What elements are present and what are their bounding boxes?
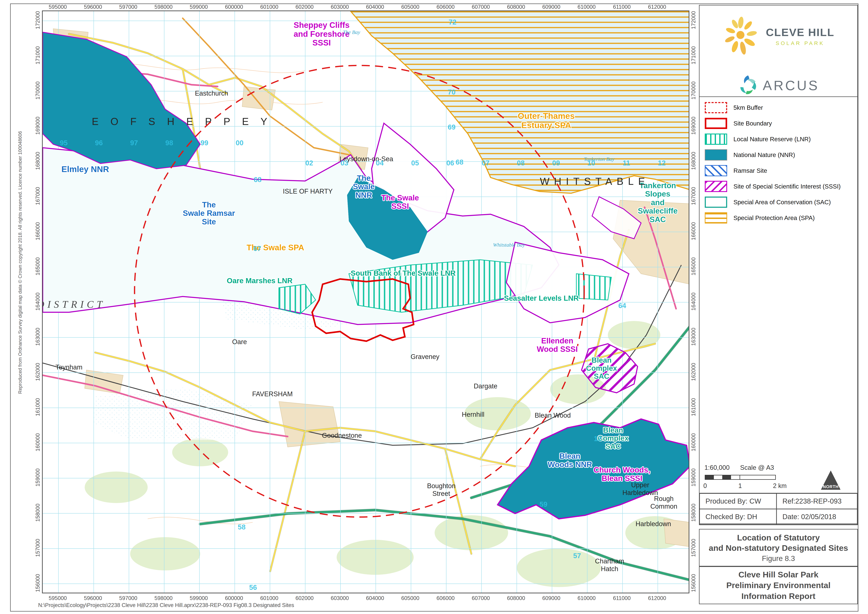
cleve-hill-logo: CLEVE HILL SOLAR PARK (699, 16, 857, 56)
axis-top-label: 598000 (155, 4, 172, 10)
designation-label-lnr: Oare Marshes LNR (227, 277, 293, 285)
axis-right-label: 169000 (690, 116, 697, 135)
axis-right-label: 160000 (690, 433, 697, 451)
grid-sub-label: 05 (411, 159, 419, 167)
place-name: Eastchurch (195, 90, 228, 97)
report-line3: Information Report (741, 591, 815, 602)
axis-right-label: 162000 (690, 363, 697, 381)
axis-bottom-label: 608000 (507, 595, 525, 602)
legend-label: Special Protection Area (SPA) (733, 214, 815, 222)
figure-number: Figure 8.3 (762, 554, 795, 563)
place-name: Boughton Street (427, 482, 456, 498)
axis-top-label: 611000 (613, 4, 631, 10)
grid-sub-label: 08 (517, 159, 525, 167)
axis-bottom-label: 601000 (260, 595, 278, 602)
axis-bottom-label: 605000 (401, 595, 419, 602)
axis-right-label: 156000 (690, 574, 697, 592)
figure-sheet: Sheppey Cliffs and Foreshore SSSIOuter-T… (0, 0, 868, 614)
grid-sub-label: 12 (658, 159, 666, 167)
grid-sub-label: 12 (594, 435, 602, 443)
legend-label: Ramsar Site (733, 167, 767, 174)
axis-bottom-label: 595000 (49, 595, 67, 602)
axis-right-label: 164000 (690, 293, 697, 310)
designation-label-sssi: Sheppey Cliffs and Foreshore SSSI (294, 21, 350, 47)
grid-sub-label: 00 (236, 139, 243, 147)
place-name: E O F S H E P P E Y (92, 116, 272, 127)
place-name: ISLE OF HARTY (283, 188, 333, 195)
axis-right-label: 168000 (690, 152, 697, 170)
axis-right-label: 172000 (690, 11, 697, 29)
buffer-swatch (705, 102, 727, 113)
info-panel: CLEVE HILL SOLAR PARK ARCUS 5km BufferSi… (699, 5, 858, 524)
legend-label: Site of Special Scientific Interest (SSS… (733, 183, 841, 190)
axis-bottom-label: 598000 (155, 595, 172, 602)
scale-text: 1:60,000Scale @ A3 (704, 464, 774, 471)
axis-left-label: 163000 (35, 328, 41, 346)
north-arrow: NORTH (820, 470, 841, 490)
file-path-caption: N:\Projects\Ecology\Projects\2238 Cleve … (38, 602, 294, 608)
arcus-wordmark: ARCUS (763, 78, 819, 93)
axis-bottom-label: 602000 (296, 595, 313, 602)
axis-left-label: 171000 (35, 46, 41, 64)
axis-top-label: 604000 (366, 4, 384, 10)
axis-left-label: 170000 (35, 81, 41, 99)
panel-divider (699, 96, 857, 97)
designation-label-sac: Blean Complex SAC (586, 356, 617, 380)
axis-top-label: 603000 (331, 4, 349, 10)
grid-sub-label: 11 (623, 159, 630, 167)
axis-left-label: 164000 (35, 293, 41, 310)
grid-sub-label: 99 (200, 139, 208, 147)
figure-title-line1: Location of Statutory (737, 533, 820, 543)
legend-label: Site Boundary (733, 120, 772, 127)
axis-bottom-label: 606000 (437, 595, 454, 602)
axis-top-label: 599000 (190, 4, 208, 10)
designation-label-nnr: The Swale Ramsar Site (183, 201, 235, 226)
axis-left-label: 157000 (35, 539, 41, 557)
place-name: Hernhill (462, 411, 485, 419)
grid-sub-label: 97 (130, 139, 138, 147)
axis-bottom-label: 604000 (366, 595, 384, 602)
scale-tick-1: 1 (738, 482, 742, 490)
axis-right-label: 163000 (690, 328, 697, 346)
grid-sub-label: 10 (587, 159, 595, 167)
axis-left-label: 166000 (35, 222, 41, 240)
produced-by-cell: Produced By: CW (699, 493, 777, 509)
axis-right-label: 157000 (690, 539, 697, 557)
grid-sub-label: 69 (448, 123, 456, 131)
water-name: The Bay (343, 29, 360, 35)
grid-sub-label: 04 (376, 159, 384, 167)
place-name: WHITSTABLE (540, 175, 649, 187)
axis-bottom-label: 600000 (225, 595, 243, 602)
axis-left-label: 160000 (35, 433, 41, 451)
axis-bottom-label: 597000 (119, 595, 137, 602)
designation-label-sssi: Ellenden Wood SSSI (537, 336, 578, 354)
north-label: NORTH (823, 484, 839, 489)
place-name: Upper Harbledown (623, 481, 658, 496)
grid-sub-label: 64 (618, 302, 626, 310)
designation-label-nnr: Blean Woods NNR (548, 452, 592, 469)
axis-right-label: 165000 (690, 257, 697, 275)
axis-left-label: 165000 (35, 257, 41, 275)
report-title-block: Cleve Hill Solar Park Preliminary Enviro… (699, 566, 858, 604)
axis-top-label: 608000 (507, 4, 525, 10)
axis-right-label: 158000 (690, 504, 697, 522)
legend-item-nnr: National Nature (NNR) (705, 149, 852, 161)
designation-label-sac: Tankerton Slopes and Swalecliffe SAC (638, 181, 677, 224)
sun-icon (722, 16, 759, 56)
place-name: Dargate (474, 383, 497, 390)
axis-bottom-label: 607000 (472, 595, 490, 602)
axis-top-label: 601000 (260, 4, 278, 10)
place-name: Goodnestone (322, 432, 362, 439)
axis-left-label: 167000 (35, 187, 41, 205)
place-name: Teynham (56, 364, 82, 371)
axis-right-label: 167000 (690, 187, 697, 205)
designation-label-lnr: South Bank of The Swale LNR (350, 269, 456, 277)
grid-sub-label: 95 (60, 139, 68, 147)
grid-sub-label: 58 (238, 523, 246, 531)
axis-left-label: 158000 (35, 504, 41, 522)
figure-title-block: Location of Statutory and Non-statutory … (699, 529, 858, 566)
checked-by-cell: Checked By: DH (699, 509, 777, 524)
axis-left-label: 169000 (35, 116, 41, 135)
water-name: Whitstable Bay (493, 242, 525, 248)
designation-label-sssi: Church Woods, Blean SSSI (594, 466, 650, 483)
